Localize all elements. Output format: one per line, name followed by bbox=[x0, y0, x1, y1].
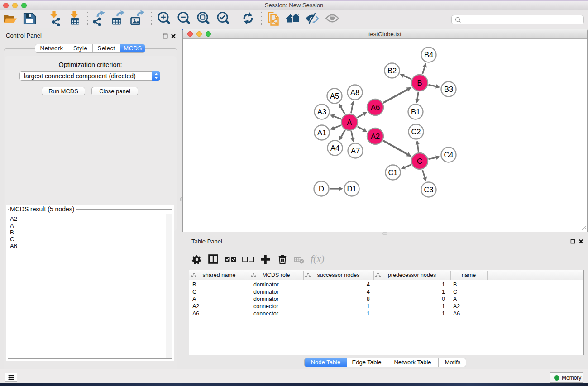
svg-text:B2: B2 bbox=[387, 67, 397, 75]
svg-text:A7: A7 bbox=[351, 147, 360, 155]
svg-text:C2: C2 bbox=[411, 128, 421, 136]
svg-text:B1: B1 bbox=[411, 108, 420, 116]
svg-text:C3: C3 bbox=[424, 186, 433, 194]
svg-text:D: D bbox=[319, 185, 324, 193]
svg-text:A5: A5 bbox=[330, 92, 339, 100]
svg-text:C: C bbox=[417, 157, 422, 165]
svg-text:D1: D1 bbox=[347, 185, 356, 193]
svg-text:A3: A3 bbox=[317, 108, 326, 116]
svg-text:A2: A2 bbox=[371, 132, 380, 140]
svg-text:B: B bbox=[417, 79, 422, 87]
svg-text:A1: A1 bbox=[317, 129, 326, 137]
svg-text:B3: B3 bbox=[444, 85, 453, 93]
svg-text:A4: A4 bbox=[330, 144, 339, 152]
svg-text:A8: A8 bbox=[350, 88, 359, 96]
svg-text:A: A bbox=[347, 118, 352, 126]
svg-text:B4: B4 bbox=[424, 51, 433, 59]
svg-text:C4: C4 bbox=[444, 151, 453, 159]
svg-text:C1: C1 bbox=[388, 168, 397, 176]
svg-text:A6: A6 bbox=[371, 103, 380, 111]
